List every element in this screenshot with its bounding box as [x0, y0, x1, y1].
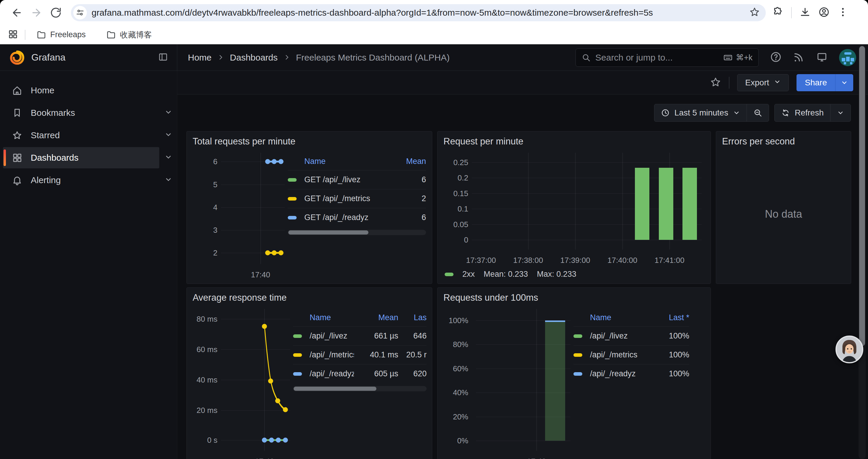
series-color-swatch[interactable]: [574, 353, 582, 357]
panel-title[interactable]: Errors per second: [722, 136, 845, 147]
legend-series-name[interactable]: GET /api/_/readyz: [304, 208, 397, 227]
apps-grid-icon[interactable]: [8, 29, 18, 41]
export-button[interactable]: Export: [737, 74, 789, 91]
bookmark-icon: [12, 107, 23, 118]
zoom-out-button[interactable]: [747, 104, 769, 121]
legend-series-name[interactable]: /api/_/metrics: [310, 345, 354, 364]
share-button-group: Share: [797, 74, 853, 91]
chevron-down-icon[interactable]: [164, 131, 172, 140]
panel-title[interactable]: Requests under 100ms: [443, 292, 705, 304]
panel-title[interactable]: Total requests per minute: [193, 136, 426, 147]
series-color-swatch[interactable]: [445, 273, 454, 276]
favorite-star-icon[interactable]: [710, 76, 721, 89]
legend-series-name[interactable]: 2xx: [462, 270, 475, 279]
series-color-swatch[interactable]: [288, 197, 297, 201]
forward-icon[interactable]: [27, 3, 46, 23]
chevron-down-icon[interactable]: [164, 108, 172, 117]
bookmark-folder-blogs[interactable]: 收藏博客: [103, 28, 155, 42]
legend-header-mean[interactable]: Mean: [354, 311, 398, 326]
site-settings-icon[interactable]: [73, 6, 87, 20]
legend-series-name[interactable]: /api/_/livez: [590, 326, 650, 345]
legend-series-name[interactable]: GET /api/_/metrics: [304, 189, 397, 208]
extensions-icon[interactable]: [772, 6, 783, 19]
legend-header-name[interactable]: Name: [304, 155, 397, 170]
search-input[interactable]: [595, 53, 723, 63]
legend-series-name[interactable]: /api/_/metrics: [590, 345, 650, 364]
panel-average-response-time[interactable]: Average response time: [186, 287, 432, 459]
brand-name[interactable]: Grafana: [31, 52, 66, 63]
bookmark-folder-freeleaps[interactable]: Freeleaps: [33, 28, 89, 41]
legend-series-name[interactable]: /api/_/readyz: [590, 364, 650, 383]
bar-2xx: [659, 168, 673, 240]
series-color-swatch[interactable]: [293, 353, 302, 357]
time-range-label: Last 5 minutes: [675, 108, 728, 118]
monitor-icon[interactable]: [816, 51, 828, 64]
time-controls-bar: Last 5 minutes Refresh: [177, 95, 868, 131]
bookmark-star-icon[interactable]: [749, 7, 760, 19]
chevron-down-icon[interactable]: [164, 153, 172, 162]
page-scrollbar[interactable]: [859, 45, 866, 459]
bar-2xx: [635, 168, 649, 240]
legend-scrollbar[interactable]: [288, 230, 426, 235]
series-color-swatch[interactable]: [293, 372, 302, 376]
sidebar-toggle-icon[interactable]: [158, 52, 168, 63]
help-icon[interactable]: [770, 51, 782, 64]
refresh-button[interactable]: Refresh: [775, 104, 830, 121]
floating-avatar[interactable]: [836, 335, 863, 363]
legend-scrollbar[interactable]: [293, 386, 427, 391]
sidebar-item-home[interactable]: Home: [3, 80, 172, 101]
series-color-swatch[interactable]: [574, 372, 582, 376]
sidebar-item-bookmarks[interactable]: Bookmarks: [3, 102, 172, 124]
legend-header-name[interactable]: Name: [310, 311, 354, 326]
legend-header-mean[interactable]: Mean: [397, 155, 426, 170]
legend-last-value: 100%: [650, 364, 689, 383]
grafana-logo-icon[interactable]: [9, 50, 25, 65]
y-tick: 0.25: [453, 158, 468, 167]
legend-series-name[interactable]: GET /api/_/livez: [304, 170, 397, 189]
browser-menu-icon[interactable]: [837, 6, 848, 19]
user-avatar[interactable]: [839, 49, 856, 66]
legend-header-last[interactable]: Las: [398, 311, 427, 326]
download-icon[interactable]: [800, 6, 811, 19]
back-icon[interactable]: [7, 3, 27, 23]
chevron-down-icon[interactable]: [164, 176, 172, 185]
legend-mean: Mean: 0.233: [484, 270, 528, 279]
news-feed-icon[interactable]: [793, 51, 805, 64]
legend-series-name[interactable]: /api/_/livez: [310, 326, 354, 345]
legend-mean-value: 6: [397, 170, 426, 189]
browser-profile-icon[interactable]: [818, 6, 830, 19]
sidebar-item-dashboards[interactable]: Dashboards: [3, 147, 172, 168]
legend-mean-value: 605 µs: [354, 364, 398, 383]
breadcrumb-home[interactable]: Home: [188, 53, 212, 63]
keyboard-icon: [723, 53, 733, 63]
url-bar[interactable]: grafana.mathmast.com/d/deytv4rwavabkb/fr…: [71, 4, 766, 21]
breadcrumb-current: Freeleaps Metrics Dashboard (ALPHA): [296, 53, 450, 63]
series-color-swatch[interactable]: [288, 216, 297, 220]
panel-total-requests[interactable]: Total requests per minute: [186, 131, 432, 284]
search-box[interactable]: ⌘+k: [576, 48, 759, 67]
url-text[interactable]: grafana.mathmast.com/d/deytv4rwavabkb/fr…: [92, 8, 749, 18]
sidebar-item-starred[interactable]: Starred: [3, 125, 172, 146]
panel-title[interactable]: Request per minute: [443, 136, 705, 147]
legend-header-name[interactable]: Name: [590, 311, 650, 326]
y-tick: 80%: [453, 340, 468, 349]
panel-requests-under-100ms[interactable]: Requests under 100ms 100% 80% 60%: [437, 287, 711, 459]
series-color-swatch[interactable]: [574, 334, 582, 338]
panel-errors-per-second[interactable]: Errors per second No data: [716, 131, 851, 284]
legend-last-value: 100%: [650, 345, 689, 364]
series-color-swatch[interactable]: [293, 334, 302, 338]
y-tick: 0.15: [453, 189, 468, 198]
reload-icon[interactable]: [46, 3, 66, 23]
legend-series-name[interactable]: /api/_/readyz: [310, 364, 354, 383]
share-menu-chevron-icon[interactable]: [835, 74, 853, 91]
sidebar-item-alerting[interactable]: Alerting: [3, 169, 172, 191]
scrollbar-thumb[interactable]: [859, 46, 865, 346]
share-button[interactable]: Share: [797, 74, 835, 91]
time-range-picker[interactable]: Last 5 minutes: [654, 104, 747, 121]
series-color-swatch[interactable]: [288, 178, 297, 182]
legend-header-last[interactable]: Last *: [650, 311, 689, 326]
panel-title[interactable]: Average response time: [193, 292, 426, 304]
panel-request-per-minute[interactable]: Request per minute 0.25: [437, 131, 711, 284]
refresh-interval-dropdown[interactable]: [830, 104, 850, 121]
breadcrumb-dashboards[interactable]: Dashboards: [230, 53, 278, 63]
